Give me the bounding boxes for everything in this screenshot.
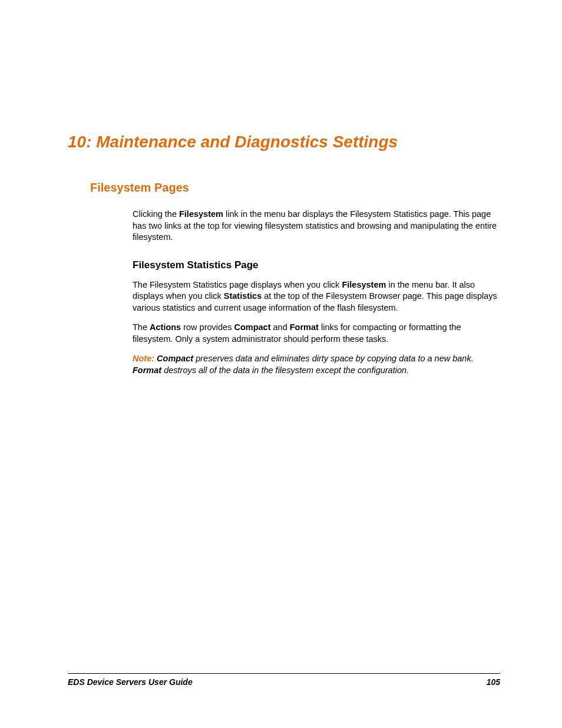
footer-rule	[68, 673, 500, 674]
text: The	[133, 322, 150, 332]
page-number: 105	[487, 677, 500, 687]
page: 10: Maintenance and Diagnostics Settings…	[0, 0, 562, 728]
section-title: Filesystem Pages	[90, 181, 500, 195]
footer-row: EDS Device Servers User Guide 105	[68, 677, 500, 687]
body-content: Clicking the Filesystem link in the menu…	[133, 209, 500, 377]
text: preserves data and eliminates dirty spac…	[193, 354, 474, 363]
bold-filesystem: Filesystem	[179, 209, 223, 219]
page-footer: EDS Device Servers User Guide 105	[68, 673, 500, 687]
intro-paragraph: Clicking the Filesystem link in the menu…	[133, 209, 500, 243]
paragraph: The Actions row provides Compact and For…	[133, 322, 500, 345]
text: and	[271, 322, 290, 332]
text: row provides	[181, 322, 234, 332]
text: destroys all of the data in the filesyst…	[161, 365, 409, 375]
note-paragraph: Note: Compact preserves data and elimina…	[133, 353, 500, 376]
bold-statistics: Statistics	[224, 291, 262, 301]
note-label: Note:	[133, 354, 154, 363]
bold-actions: Actions	[150, 322, 181, 332]
bold-format: Format	[290, 322, 319, 332]
subsection-title: Filesystem Statistics Page	[133, 259, 500, 272]
chapter-title: 10: Maintenance and Diagnostics Settings	[68, 133, 500, 151]
bold-compact: Compact	[234, 322, 270, 332]
bold-format: Format	[133, 365, 161, 375]
bold-filesystem: Filesystem	[342, 280, 386, 289]
text: The Filesystem Statistics page displays …	[133, 280, 342, 289]
paragraph: The Filesystem Statistics page displays …	[133, 279, 500, 314]
bold-compact: Compact	[157, 354, 193, 363]
footer-guide-title: EDS Device Servers User Guide	[68, 677, 193, 687]
text: Clicking the	[133, 209, 179, 219]
